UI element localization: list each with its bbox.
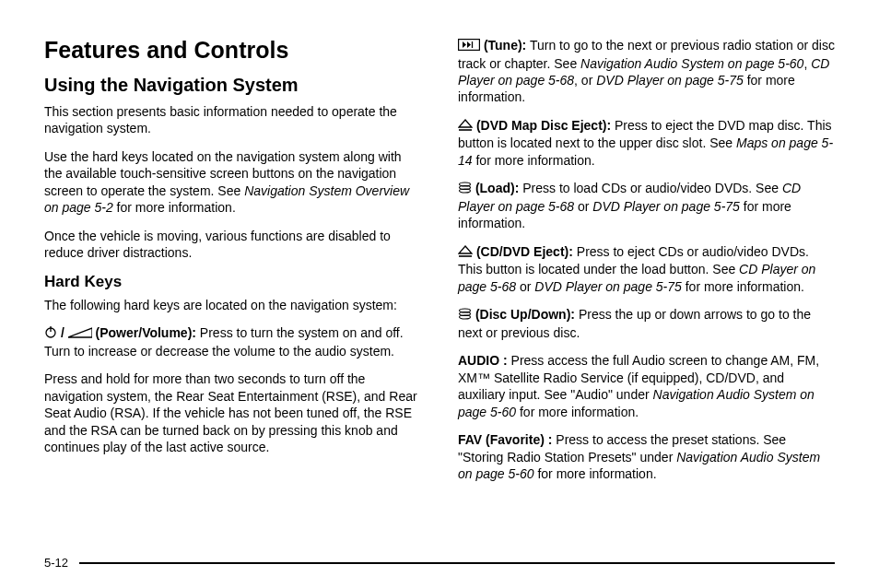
- disc-icon: [458, 307, 472, 323]
- svg-marker-12: [459, 246, 472, 253]
- power-volume-entry: / (Power/Volume): Press to turn the syst…: [44, 324, 421, 359]
- text: for more information.: [682, 279, 804, 294]
- text: ,: [803, 56, 811, 71]
- hardkeys-intro: The following hard keys are located on t…: [44, 297, 421, 313]
- text: Press to load CDs or audio/video DVDs. S…: [519, 181, 782, 195]
- text: for more information.: [516, 405, 639, 419]
- load-icon: [458, 181, 472, 197]
- column-left: Features and Controls Using the Navigati…: [44, 37, 421, 547]
- dvd-eject-label: (DVD Map Disc Eject):: [473, 118, 611, 133]
- reference-link: DVD Player on page 5-75: [592, 199, 740, 214]
- disc-updown-entry: (Disc Up/Down): Press the up or down arr…: [458, 306, 835, 341]
- text: for more information.: [113, 200, 236, 215]
- reference-link: Navigation Audio System on page 5-60: [580, 56, 803, 71]
- page-number: 5-12: [44, 556, 68, 570]
- load-entry: (Load): Press to load CDs or audio/video…: [458, 180, 835, 231]
- main-title: Features and Controls: [44, 37, 421, 64]
- svg-marker-4: [463, 41, 466, 48]
- power-hold-paragraph: Press and hold for more than two seconds…: [44, 370, 421, 455]
- page-container: Features and Controls Using the Navigati…: [0, 0, 879, 588]
- svg-marker-2: [68, 328, 92, 337]
- dvd-eject-entry: (DVD Map Disc Eject): Press to eject the…: [458, 117, 835, 169]
- separator: /: [61, 325, 68, 340]
- tune-entry: (Tune): Turn to go to the next or previo…: [458, 37, 835, 106]
- fav-label: FAV (Favorite) :: [458, 432, 552, 447]
- column-right: (Tune): Turn to go to the next or previo…: [458, 37, 835, 547]
- svg-marker-7: [459, 120, 472, 127]
- footer-rule: [79, 562, 835, 564]
- moving-paragraph: Once the vehicle is moving, various func…: [44, 228, 421, 262]
- disc-label: (Disc Up/Down):: [472, 307, 575, 322]
- tune-label: (Tune):: [480, 38, 526, 53]
- cd-eject-label: (CD/DVD Eject):: [473, 244, 573, 259]
- footer: 5-12: [44, 547, 835, 570]
- audio-entry: AUDIO : Press access the full Audio scre…: [458, 352, 835, 420]
- text: , or: [574, 73, 596, 88]
- reference-link: DVD Player on page 5-75: [596, 73, 744, 88]
- load-label: (Load):: [472, 181, 519, 195]
- cd-eject-entry: (CD/DVD Eject): Press to eject CDs or au…: [458, 243, 835, 295]
- svg-marker-5: [467, 41, 471, 48]
- text: or: [516, 279, 534, 294]
- power-icon: [44, 325, 57, 342]
- hardkeys-heading: Hard Keys: [44, 273, 421, 291]
- eject-icon: [458, 244, 473, 261]
- power-label: (Power/Volume):: [92, 325, 196, 340]
- text: for more information.: [473, 153, 595, 168]
- volume-icon: [68, 325, 92, 342]
- reference-link: DVD Player on page 5-75: [534, 279, 682, 294]
- tune-icon: [458, 38, 480, 54]
- eject-icon: [458, 118, 473, 135]
- audio-label: AUDIO :: [458, 353, 508, 368]
- text: for more information.: [534, 466, 657, 481]
- columns: Features and Controls Using the Navigati…: [44, 37, 835, 547]
- fav-entry: FAV (Favorite) : Press to access the pre…: [458, 431, 835, 482]
- intro-paragraph: This section presents basic information …: [44, 103, 421, 137]
- section-heading: Using the Navigation System: [44, 75, 421, 96]
- usage-paragraph: Use the hard keys located on the navigat…: [44, 148, 421, 217]
- text: or: [574, 199, 592, 214]
